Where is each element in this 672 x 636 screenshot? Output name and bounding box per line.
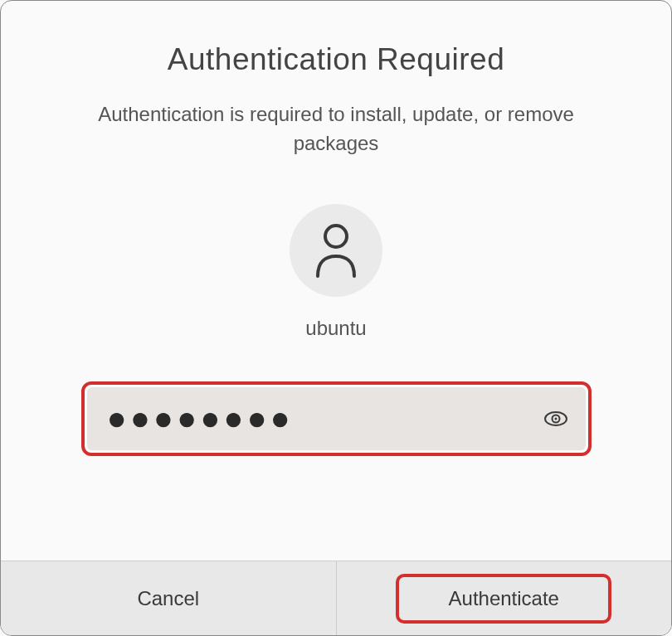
svg-point-0 <box>325 226 347 247</box>
cancel-button[interactable]: Cancel <box>1 561 336 635</box>
username-label: ubuntu <box>305 317 366 340</box>
authenticate-button[interactable]: Authenticate <box>337 561 672 635</box>
reveal-password-icon[interactable] <box>543 406 568 431</box>
person-icon <box>311 221 361 279</box>
svg-point-3 <box>554 417 557 420</box>
authenticate-button-highlight: Authenticate <box>396 574 611 624</box>
password-field-highlight <box>81 381 592 456</box>
dialog-title: Authentication Required <box>168 42 504 77</box>
dialog-subtitle: Authentication is required to install, u… <box>87 100 585 158</box>
user-avatar <box>290 204 382 297</box>
password-input[interactable] <box>87 387 586 450</box>
dialog-button-bar: Cancel Authenticate <box>1 561 671 635</box>
dialog-content: Authentication Required Authentication i… <box>1 1 671 561</box>
